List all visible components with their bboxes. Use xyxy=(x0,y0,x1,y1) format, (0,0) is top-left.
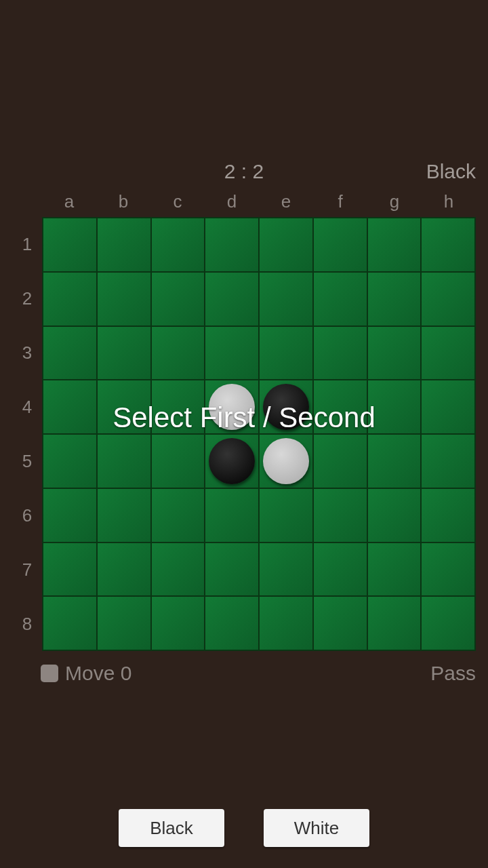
col-label-b: b xyxy=(96,191,150,212)
board-cell[interactable] xyxy=(152,435,205,488)
col-label-e: e xyxy=(259,191,313,212)
board-cell[interactable] xyxy=(205,435,258,488)
white-piece xyxy=(209,384,255,430)
board-cell[interactable] xyxy=(368,597,421,650)
board-cell[interactable] xyxy=(422,273,474,326)
board-cell[interactable] xyxy=(314,597,367,650)
board-cell[interactable] xyxy=(205,218,258,271)
board-cell[interactable] xyxy=(152,597,205,650)
row-label-3: 3 xyxy=(16,326,38,380)
board-cell[interactable] xyxy=(422,543,474,596)
board-cell[interactable] xyxy=(205,327,258,380)
board-cell[interactable] xyxy=(314,489,367,542)
board-cell[interactable] xyxy=(152,380,205,433)
row-label-5: 5 xyxy=(16,434,38,488)
board-cell[interactable] xyxy=(43,218,96,271)
move-indicator: Move 0 xyxy=(41,662,131,685)
game-container: 2 : 2 Black a b c d e f g h 1 2 3 4 5 6 … xyxy=(0,0,488,868)
board-cell[interactable] xyxy=(368,380,421,433)
board-cell[interactable] xyxy=(260,597,312,650)
score-label: 2 : 2 xyxy=(224,160,264,183)
board-cell[interactable] xyxy=(314,435,367,488)
pass-button[interactable]: Pass xyxy=(430,662,476,685)
board-cell[interactable] xyxy=(422,597,474,650)
board-cell[interactable] xyxy=(368,543,421,596)
board-cell[interactable] xyxy=(368,273,421,326)
board-cell[interactable] xyxy=(98,489,150,542)
col-label-h: h xyxy=(422,191,476,212)
board-cell[interactable] xyxy=(43,543,96,596)
row-label-8: 8 xyxy=(16,597,38,651)
white-button[interactable]: White xyxy=(264,809,369,847)
col-label-g: g xyxy=(367,191,422,212)
board-cell[interactable] xyxy=(260,273,312,326)
black-piece xyxy=(263,384,309,430)
board-cell[interactable] xyxy=(314,327,367,380)
black-button[interactable]: Black xyxy=(119,809,224,847)
board-cell[interactable] xyxy=(422,218,474,271)
board-cell[interactable] xyxy=(260,327,312,380)
move-row: Move 0 Pass xyxy=(0,662,488,689)
board-cell[interactable] xyxy=(205,273,258,326)
board-cell[interactable] xyxy=(368,327,421,380)
board-cell[interactable] xyxy=(260,380,312,433)
board-cell[interactable] xyxy=(422,489,474,542)
move-chip-icon xyxy=(41,665,58,682)
board-cell[interactable] xyxy=(98,380,150,433)
board-cell[interactable] xyxy=(98,543,150,596)
col-label-c: c xyxy=(150,191,205,212)
column-labels: a b c d e f g h xyxy=(42,191,476,212)
board-cell[interactable] xyxy=(152,543,205,596)
board-cell[interactable] xyxy=(43,273,96,326)
status-row: 2 : 2 Black xyxy=(0,160,488,187)
row-labels: 1 2 3 4 5 6 7 8 xyxy=(16,217,38,651)
black-piece xyxy=(209,438,255,484)
board-cell[interactable] xyxy=(314,273,367,326)
row-label-1: 1 xyxy=(16,217,38,271)
board-cell[interactable] xyxy=(260,543,312,596)
board-cell[interactable] xyxy=(43,435,96,488)
board-cell[interactable] xyxy=(43,327,96,380)
board-cell[interactable] xyxy=(43,597,96,650)
board-cell[interactable] xyxy=(43,489,96,542)
game-board[interactable] xyxy=(42,217,476,651)
col-label-a: a xyxy=(42,191,96,212)
board-cell[interactable] xyxy=(98,327,150,380)
board-cell[interactable] xyxy=(314,218,367,271)
board-cell[interactable] xyxy=(260,489,312,542)
board-cell[interactable] xyxy=(422,435,474,488)
board-cell[interactable] xyxy=(314,543,367,596)
board-cell[interactable] xyxy=(98,273,150,326)
board-cell[interactable] xyxy=(368,218,421,271)
board-cell[interactable] xyxy=(152,273,205,326)
board-cell[interactable] xyxy=(152,489,205,542)
board-cell[interactable] xyxy=(152,327,205,380)
move-label: Move 0 xyxy=(65,662,131,685)
board-cell[interactable] xyxy=(260,435,312,488)
white-piece xyxy=(263,438,309,484)
board-cell[interactable] xyxy=(422,380,474,433)
board-cell[interactable] xyxy=(205,597,258,650)
board-cell[interactable] xyxy=(205,380,258,433)
turn-label: Black xyxy=(426,160,476,183)
col-label-f: f xyxy=(313,191,367,212)
board-cell[interactable] xyxy=(98,218,150,271)
row-label-7: 7 xyxy=(16,542,38,597)
board-cell[interactable] xyxy=(260,218,312,271)
board-cell[interactable] xyxy=(205,489,258,542)
board-cell[interactable] xyxy=(98,435,150,488)
board-cell[interactable] xyxy=(98,597,150,650)
board-cell[interactable] xyxy=(422,327,474,380)
row-label-6: 6 xyxy=(16,488,38,542)
board-cell[interactable] xyxy=(368,435,421,488)
board-cell[interactable] xyxy=(205,543,258,596)
board-cell[interactable] xyxy=(368,489,421,542)
board-cell[interactable] xyxy=(314,380,367,433)
board-cell[interactable] xyxy=(43,380,96,433)
color-choice-row: Black White xyxy=(0,809,488,847)
col-label-d: d xyxy=(205,191,259,212)
row-label-4: 4 xyxy=(16,380,38,434)
board-cell[interactable] xyxy=(152,218,205,271)
row-label-2: 2 xyxy=(16,271,38,326)
